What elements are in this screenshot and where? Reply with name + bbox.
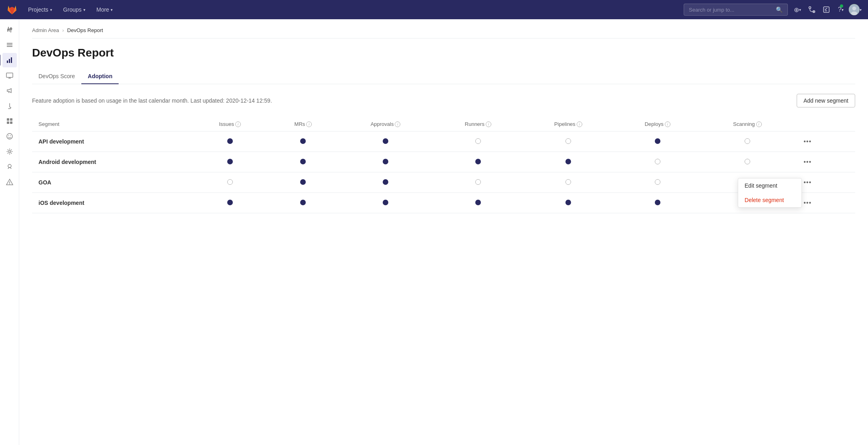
filled-dot-icon (655, 138, 660, 144)
sidebar-item-settings[interactable] (2, 144, 17, 159)
sidebar-item-alerts[interactable] (2, 175, 17, 189)
svg-rect-7 (7, 44, 12, 45)
sidebar-item-abuse[interactable] (2, 129, 17, 144)
filled-dot-icon (475, 200, 481, 205)
search-icon: 🔍 (776, 6, 783, 13)
col-mrs: MRs i (269, 117, 337, 131)
empty-dot-icon (655, 179, 660, 185)
tab-devops-score[interactable]: DevOps Score (32, 69, 81, 84)
more-chevron-icon: ▾ (111, 8, 113, 12)
col-deploys: Deploys i (614, 117, 701, 131)
col-pipelines: Pipelines i (522, 117, 614, 131)
table-row: iOS development ••• (32, 193, 855, 213)
merge-requests-button[interactable] (805, 3, 818, 16)
table-row: Android development ••• (32, 152, 855, 172)
plus-icon: ⊕ (794, 6, 799, 14)
svg-rect-12 (6, 73, 13, 77)
cell-approvals (337, 131, 434, 152)
runners-info-icon[interactable]: i (486, 121, 491, 127)
projects-nav[interactable]: Projects ▾ (24, 4, 56, 15)
alert-icon (6, 178, 13, 186)
projects-chevron-icon: ▾ (50, 8, 52, 12)
actions-button[interactable]: ••• (800, 178, 815, 187)
edit-segment-item[interactable]: Edit segment (738, 178, 801, 193)
brand[interactable] (6, 4, 18, 15)
actions-cell: ••• (794, 152, 855, 172)
sidebar (0, 19, 19, 221)
cell-issues (191, 131, 269, 152)
filled-dot-icon (383, 159, 388, 164)
cell-mrs (269, 131, 337, 152)
svg-point-18 (8, 136, 9, 136)
svg-rect-8 (7, 46, 12, 47)
wrench-icon (6, 26, 13, 33)
chart-icon (6, 57, 13, 64)
cell-approvals (337, 193, 434, 213)
svg-point-17 (7, 134, 12, 139)
plus-chevron-icon: ▾ (799, 8, 801, 12)
mrs-info-icon[interactable]: i (306, 121, 312, 127)
filled-dot-icon (383, 200, 388, 205)
avatar (849, 4, 860, 15)
tab-adoption[interactable]: Adoption (81, 69, 119, 84)
scanning-info-icon[interactable]: i (756, 121, 762, 127)
apps-icon (6, 117, 13, 125)
svg-rect-9 (7, 61, 8, 63)
actions-dropdown-wrapper: ••• Edit segment Delete segment (800, 178, 815, 187)
segment-name: iOS development (38, 200, 84, 206)
user-chevron-icon: ▾ (860, 8, 862, 12)
actions-button[interactable]: ••• (800, 158, 815, 166)
breadcrumb-current: DevOps Report (67, 27, 103, 33)
actions-button[interactable]: ••• (800, 198, 815, 207)
cell-pipelines (522, 131, 614, 152)
todo-button[interactable] (820, 3, 833, 16)
help-button[interactable]: ? ▾ (834, 3, 847, 16)
adoption-table: Segment Issues i MRs i Approval (32, 117, 855, 213)
filled-dot-icon (383, 138, 388, 144)
cell-approvals (337, 172, 434, 193)
sidebar-item-monitor[interactable] (2, 68, 17, 83)
sidebar-item-hooks[interactable] (2, 99, 17, 113)
pipelines-info-icon[interactable]: i (577, 121, 582, 127)
svg-point-21 (8, 164, 11, 168)
svg-rect-15 (7, 121, 9, 124)
add-segment-button[interactable]: Add new segment (797, 94, 855, 107)
cell-mrs (269, 193, 337, 213)
sidebar-item-deploy[interactable] (2, 160, 17, 174)
cell-mrs (269, 152, 337, 172)
delete-segment-item[interactable]: Delete segment (738, 193, 801, 207)
user-avatar-button[interactable]: ▾ (849, 3, 862, 16)
breadcrumb-parent[interactable]: Admin Area (32, 27, 59, 33)
cell-runners (434, 193, 522, 213)
sidebar-item-devops[interactable] (2, 53, 17, 67)
empty-dot-icon (745, 159, 750, 164)
deploys-info-icon[interactable]: i (665, 121, 670, 127)
filled-dot-icon (475, 159, 481, 164)
list-icon (6, 41, 13, 49)
sidebar-item-overview[interactable] (2, 38, 17, 52)
search-bar[interactable]: Search or jump to... 🔍 (684, 4, 788, 16)
merge-request-icon (808, 6, 816, 13)
more-nav[interactable]: More ▾ (93, 4, 117, 15)
actions-button[interactable]: ••• (800, 137, 815, 146)
sidebar-item-messages[interactable] (2, 83, 17, 98)
navbar: Projects ▾ Groups ▾ More ▾ Search or jum… (0, 0, 868, 19)
groups-nav[interactable]: Groups ▾ (59, 4, 89, 15)
monitor-icon (6, 72, 13, 79)
info-bar: Feature adoption is based on usage in th… (32, 94, 855, 107)
approvals-info-icon[interactable]: i (395, 121, 400, 127)
svg-rect-11 (11, 57, 12, 63)
filled-dot-icon (227, 200, 233, 205)
segment-name-cell: API development (32, 131, 191, 152)
empty-dot-icon (565, 179, 571, 185)
issues-info-icon[interactable]: i (235, 121, 241, 127)
filled-dot-icon (300, 200, 306, 205)
sidebar-item-admin[interactable] (2, 22, 17, 37)
new-item-button[interactable]: ⊕ ▾ (791, 3, 804, 16)
empty-dot-icon (565, 138, 571, 144)
cell-pipelines (522, 152, 614, 172)
svg-rect-6 (7, 43, 12, 44)
info-text: Feature adoption is based on usage in th… (32, 97, 272, 104)
cell-deploys (614, 152, 701, 172)
sidebar-item-applications[interactable] (2, 114, 17, 128)
